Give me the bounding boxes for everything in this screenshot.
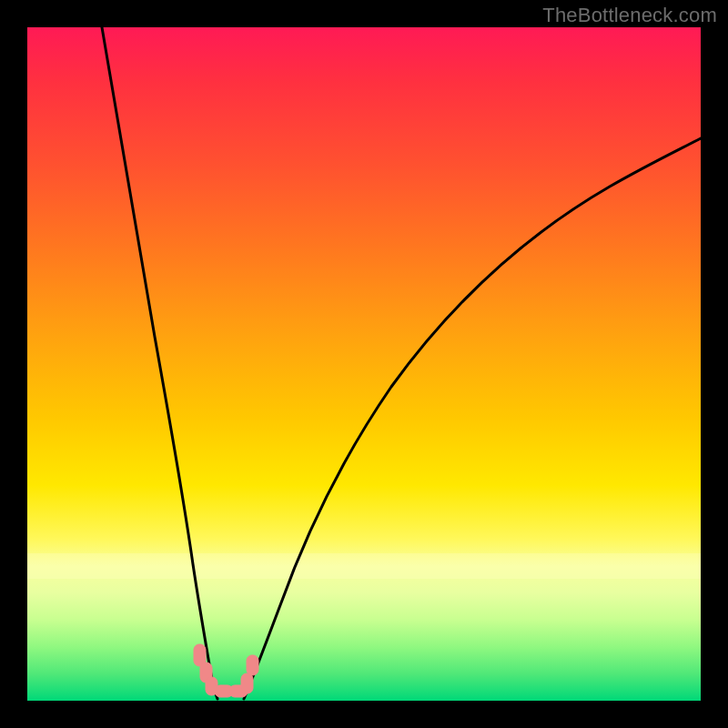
plot-area [27, 27, 701, 701]
bottleneck-left-curve [102, 27, 217, 699]
marker-6 [241, 673, 253, 693]
watermark-text: TheBottleneck.com [542, 4, 717, 27]
pale-band [27, 553, 701, 579]
chart-stage: TheBottleneck.com [0, 0, 728, 728]
curve-layer [27, 27, 701, 701]
marker-7 [247, 655, 258, 675]
plateau-markers-group [194, 644, 258, 697]
bottleneck-right-curve [244, 138, 701, 699]
